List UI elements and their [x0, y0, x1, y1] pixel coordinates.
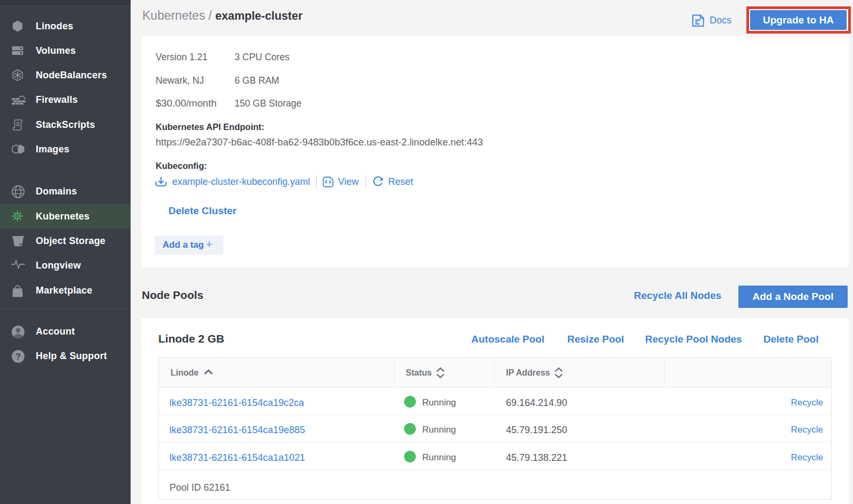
svg-text:?: ? — [15, 352, 21, 361]
